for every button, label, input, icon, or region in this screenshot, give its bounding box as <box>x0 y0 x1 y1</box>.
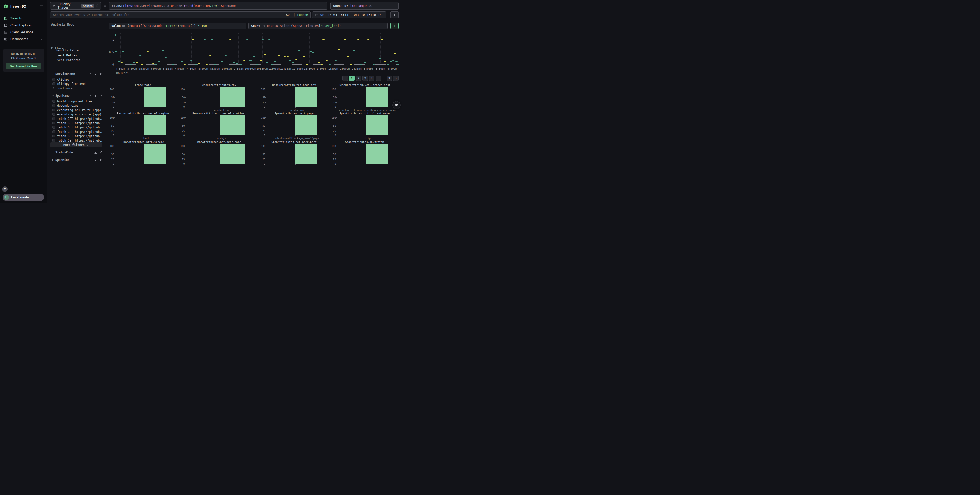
sidebar-item-chart-explorer[interactable]: Chart Explorer <box>0 22 47 29</box>
checkbox[interactable] <box>52 117 55 120</box>
sidebar-item-search[interactable]: Search <box>0 15 47 22</box>
checkbox[interactable] <box>52 104 55 107</box>
event-deltas-chart[interactable]: 4:30am5:00am5:30am6:00am6:30am7:00am7:30… <box>109 32 399 75</box>
data-mark <box>247 39 248 40</box>
filter-option[interactable]: clickpy <box>51 77 102 82</box>
filter-option[interactable]: fetch GET https://github.… <box>51 121 102 125</box>
pagination-page-3[interactable]: 3 <box>363 76 368 81</box>
checkbox[interactable] <box>52 135 55 138</box>
search-icon[interactable] <box>89 94 92 97</box>
checkbox[interactable] <box>52 108 55 111</box>
code-token: SpanAttributes <box>293 24 319 28</box>
filter-option[interactable]: fetch GET https://github.… <box>51 125 102 130</box>
attribute-chart-plot[interactable] <box>186 116 258 135</box>
count-expression-input[interactable]: Count countDistinct(SpanAttributes['user… <box>248 22 388 29</box>
y-tick-label: 25 <box>111 130 114 132</box>
data-mark <box>384 62 386 62</box>
source-select[interactable]: ClickPy Traces Schema <box>50 2 101 10</box>
apply-run-button[interactable] <box>390 22 399 29</box>
bar-chart-icon[interactable] <box>94 94 97 97</box>
search-run-button[interactable] <box>390 11 399 18</box>
checkbox[interactable] <box>52 100 55 103</box>
filter-group-header-statuscode[interactable]: StatusCode <box>51 150 102 155</box>
attribute-chart-plot[interactable] <box>115 116 177 135</box>
y-tick-mark <box>185 163 186 164</box>
time-range-picker[interactable]: Oct 10 04:16:14 - Oct 10 16:16:14 <box>312 11 386 18</box>
pin-icon[interactable] <box>99 159 102 162</box>
filter-option[interactable]: build component tree <box>51 99 102 103</box>
checkbox[interactable] <box>52 113 55 116</box>
get-started-button[interactable]: Get Started for Free <box>6 63 41 69</box>
load-more-link[interactable]: Load more <box>51 86 102 90</box>
attribute-chart-plot[interactable] <box>186 87 258 107</box>
filter-option[interactable]: dependencies <box>51 103 102 108</box>
attribute-chart-plot[interactable] <box>337 87 399 107</box>
pin-icon[interactable] <box>99 94 102 97</box>
filter-option[interactable]: fetch GET https://github.… <box>51 130 102 134</box>
bar-chart-icon[interactable] <box>94 159 97 162</box>
checkbox[interactable] <box>52 130 55 133</box>
attribute-chart-plot[interactable] <box>266 144 328 164</box>
gear-icon[interactable] <box>103 4 107 8</box>
attribute-chart-plot[interactable] <box>115 144 177 164</box>
analysis-mode-option-event-deltas[interactable]: Event Deltas <box>53 53 80 58</box>
filter-option[interactable]: fetch GET https://github.… <box>51 116 102 121</box>
data-mark <box>133 62 135 63</box>
search-input[interactable] <box>53 13 284 17</box>
bar-chart-icon[interactable] <box>94 151 97 154</box>
attribute-chart-plot[interactable] <box>266 116 328 135</box>
gridline-vertical <box>203 33 204 65</box>
attribute-chart-plot[interactable] <box>186 144 258 164</box>
filter-group-header-servicename[interactable]: ServiceName <box>51 72 102 76</box>
value-expression-input[interactable]: Value (countIf(StatusCode='Error')/count… <box>109 22 247 29</box>
bar-chart-icon[interactable] <box>94 73 97 76</box>
analysis-mode-option-event-patterns[interactable]: Event Patterns <box>53 58 80 63</box>
attribute-chart-plot[interactable] <box>266 87 328 107</box>
filter-option[interactable]: clickpy-frontend <box>51 82 102 86</box>
pin-icon[interactable] <box>99 73 102 76</box>
filter-group-header-spankind[interactable]: SpanKind <box>51 158 102 162</box>
checkbox[interactable] <box>52 126 55 129</box>
checkbox[interactable] <box>52 82 55 85</box>
pagination-next[interactable]: › <box>393 76 399 81</box>
mode-lucene-toggle[interactable]: Lucene <box>297 13 308 17</box>
filter-group-header-spanname[interactable]: SpanName <box>51 94 102 98</box>
attribute-chart-category: production <box>186 108 258 111</box>
filter-option[interactable]: fetch GET https://github.… <box>51 138 102 143</box>
x-tick-mark <box>144 135 145 136</box>
attribute-chart-plot[interactable] <box>337 116 399 135</box>
attribute-chart-plot[interactable] <box>115 87 177 107</box>
filter-option[interactable]: executing api route (app)… <box>51 108 102 112</box>
more-filters-button[interactable]: More filters <box>50 142 102 148</box>
sidebar: HyperDX Search Chart Explorer Client Ses… <box>0 0 48 203</box>
pagination-page-4[interactable]: 4 <box>369 76 374 81</box>
data-mark <box>269 39 270 40</box>
sql-select-editor[interactable]: SELECT Timestamp, ServiceName, StatusCod… <box>109 2 327 10</box>
sidebar-item-dashboards[interactable]: Dashboards <box>0 36 47 43</box>
floating-settings-button[interactable] <box>392 101 401 109</box>
code-token: ( <box>193 4 195 8</box>
pagination-page-2[interactable]: 2 <box>356 76 361 81</box>
filter-option-label: dependencies <box>57 104 78 108</box>
pagination-page-9[interactable]: 9 <box>387 76 392 81</box>
attribute-chart-plot[interactable] <box>337 144 399 164</box>
pagination-page-1[interactable]: 1 <box>349 76 355 81</box>
data-mark <box>289 60 291 61</box>
pin-icon[interactable] <box>99 151 102 154</box>
filter-group-icons <box>94 159 102 162</box>
checkbox[interactable] <box>52 78 55 81</box>
pagination-page-5[interactable]: 5 <box>376 76 381 81</box>
y-axis-line <box>115 33 115 65</box>
mode-sql-toggle[interactable]: SQL <box>286 13 291 17</box>
search-icon[interactable] <box>89 73 92 76</box>
checkbox[interactable] <box>52 139 55 142</box>
pagination-prev[interactable]: ‹ <box>342 76 348 81</box>
checkbox[interactable] <box>52 122 55 124</box>
filter-option[interactable]: fetch GET https://github.… <box>51 134 102 138</box>
filter-option[interactable]: executing api route (app)… <box>51 112 102 116</box>
help-button[interactable]: ? <box>2 186 8 192</box>
user-menu[interactable]: U Local mode <box>3 194 44 201</box>
order-by-editor[interactable]: ORDER BY Timestamp DESC <box>331 2 399 10</box>
sidebar-collapse-icon[interactable] <box>40 5 43 8</box>
sidebar-item-client-sessions[interactable]: Client Sessions <box>0 29 47 36</box>
